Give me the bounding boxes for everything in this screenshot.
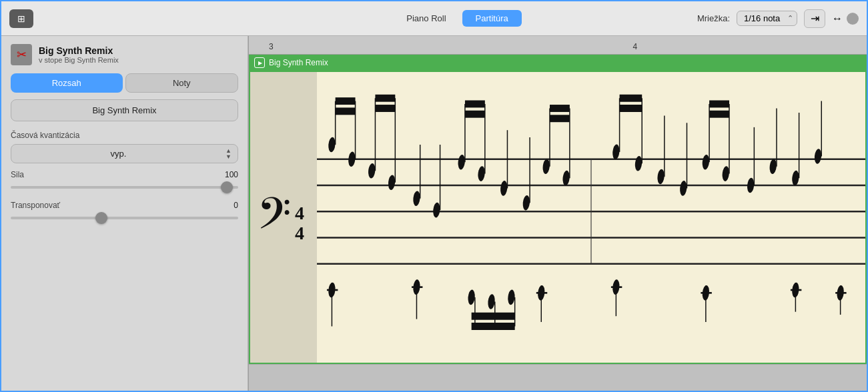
sila-value: 100 <box>225 170 238 179</box>
transponovat-slider-track[interactable] <box>11 217 238 219</box>
notation-svg <box>317 72 865 363</box>
svg-point-64 <box>657 167 665 186</box>
svg-point-74 <box>747 176 755 195</box>
svg-point-70 <box>722 164 730 183</box>
align-icon-button[interactable]: ⇥ <box>804 9 825 28</box>
transponovat-slider-thumb[interactable] <box>95 212 107 224</box>
mriez-label: Mriežka: <box>697 13 730 23</box>
sila-label: Sila <box>11 170 24 179</box>
tab-partitura[interactable]: Partitúra <box>462 10 522 27</box>
sila-header: Sila 100 <box>11 170 238 179</box>
ruler-marker-3: 3 <box>269 42 274 51</box>
ruler-marker-4: 4 <box>633 42 638 51</box>
svg-point-60 <box>634 154 642 173</box>
tab-piano-roll[interactable]: Piano Roll <box>393 10 459 27</box>
pin-icon: ⊞ <box>17 13 25 24</box>
svg-text:𝄢: 𝄢 <box>257 190 291 249</box>
ruler: 3 4 <box>249 36 867 55</box>
left-tab-buttons: Rozsah Noty <box>11 73 238 93</box>
svg-point-25 <box>458 153 466 172</box>
region-name-label: Big Synth Remix <box>269 58 328 67</box>
svg-point-11 <box>348 149 356 169</box>
region-play-button[interactable]: ▶ <box>254 57 265 68</box>
casova-select[interactable]: vyp. <box>11 144 238 163</box>
svg-point-17 <box>388 173 396 192</box>
top-toolbar: ⊞ Piano Roll Partitúra Mriežka: 1/4 nota… <box>1 1 867 36</box>
region-name-button[interactable]: Big Synth Remix <box>11 99 238 121</box>
track-info-text: Big Synth Remix v stope Big Synth Remix <box>39 45 119 64</box>
svg-point-9 <box>328 135 336 155</box>
right-panel: 3 4 ▶ Big Synth Remix <box>249 36 867 391</box>
sila-slider-thumb[interactable] <box>221 181 233 193</box>
clef-area: 𝄢 4 4 <box>250 72 317 363</box>
main-container: ⊞ Piano Roll Partitúra Mriežka: 1/4 nota… <box>0 0 868 392</box>
transponovat-header: Transponovať 0 <box>11 201 238 210</box>
tab-rozsah[interactable]: Rozsah <box>11 73 123 93</box>
svg-text:4: 4 <box>295 203 304 223</box>
tab-noty[interactable]: Noty <box>125 73 239 93</box>
svg-point-33 <box>522 193 530 213</box>
svg-point-68 <box>702 153 710 172</box>
transponovat-label: Transponovať <box>11 201 60 210</box>
pin-button[interactable]: ⊞ <box>9 9 33 28</box>
casova-select-wrapper: vyp. ▲▼ <box>11 144 238 163</box>
clef-svg: 𝄢 4 4 <box>254 181 314 261</box>
toolbar-left: ⊞ <box>9 9 256 28</box>
left-panel: ✂ Big Synth Remix v stope Big Synth Remi… <box>1 36 248 391</box>
track-name: Big Synth Remix <box>39 45 119 56</box>
region-header: ▶ Big Synth Remix <box>249 55 867 71</box>
staff-lines-container <box>317 72 865 363</box>
toolbar-right: Mriežka: 1/4 nota 1/8 nota 1/16 nota 1/3… <box>659 9 859 28</box>
scissors-icon: ✂ <box>17 47 27 62</box>
svg-text:4: 4 <box>295 223 304 243</box>
transponovat-section: Transponovať 0 <box>11 201 238 219</box>
sila-section: Sila 100 <box>11 170 238 189</box>
score-area: ▶ Big Synth Remix 𝄢 4 4 <box>249 55 867 364</box>
svg-point-51 <box>507 287 515 307</box>
track-subtitle: v stope Big Synth Remix <box>39 56 119 64</box>
casova-label: Časová kvantizácia <box>11 131 238 140</box>
track-info: ✂ Big Synth Remix v stope Big Synth Remi… <box>11 44 238 65</box>
track-icon: ✂ <box>11 44 32 65</box>
svg-point-21 <box>412 189 420 208</box>
bottom-area <box>249 364 867 391</box>
circle-button[interactable] <box>847 13 859 25</box>
arrow-left-button[interactable]: ↔ <box>832 13 843 25</box>
svg-point-15 <box>368 161 376 181</box>
svg-point-23 <box>432 201 440 220</box>
svg-point-31 <box>500 179 508 198</box>
transponovat-value: 0 <box>234 201 238 210</box>
score-notation: 𝄢 4 4 <box>249 71 867 364</box>
svg-point-49 <box>488 292 496 311</box>
toolbar-center: Piano Roll Partitúra <box>262 10 653 27</box>
grid-select-wrapper: 1/4 nota 1/8 nota 1/16 nota 1/32 nota <box>737 11 797 26</box>
content-area: ✂ Big Synth Remix v stope Big Synth Remi… <box>1 36 867 391</box>
svg-point-27 <box>478 164 486 183</box>
grid-select[interactable]: 1/4 nota 1/8 nota 1/16 nota 1/32 nota <box>737 11 797 26</box>
svg-point-66 <box>679 179 687 198</box>
casova-section: Časová kvantizácia vyp. ▲▼ <box>11 128 238 163</box>
sila-slider-track[interactable] <box>11 186 238 189</box>
svg-point-80 <box>814 147 822 166</box>
svg-point-47 <box>468 287 476 307</box>
play-icon: ▶ <box>258 60 262 66</box>
